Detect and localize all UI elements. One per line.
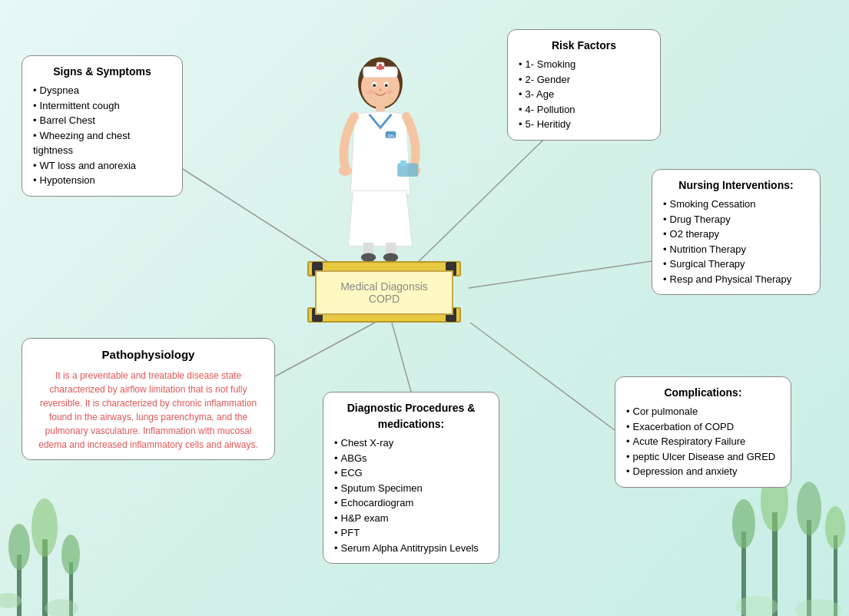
svg-rect-43 [400, 161, 406, 167]
svg-point-32 [386, 90, 394, 94]
list-item: PFT [334, 525, 488, 541]
svg-point-1 [8, 524, 30, 570]
list-item: O2 therapy [663, 227, 809, 242]
nursing-interventions-title: Nursing Interventions: [663, 177, 809, 194]
list-item: WT loss and anorexia [33, 158, 171, 174]
nursing-interventions-box: Nursing Interventions: Smoking Cessation… [652, 169, 821, 295]
complications-box: Complications: Cor pulmonale Exacerbatio… [615, 376, 791, 488]
list-item: Intermittent cough [33, 98, 171, 114]
list-item: 2- Gender [519, 72, 649, 88]
diagnostic-procedures-box: Diagnostic Procedures & medications: Che… [323, 392, 499, 564]
signs-symptoms-box: Signs & Symptoms Dyspnea Intermittent co… [22, 55, 183, 197]
svg-text:RN: RN [388, 134, 394, 138]
pathophysiology-box: Pathophysiology It is a preventable and … [22, 338, 275, 460]
list-item: Sputum Specimen [334, 481, 488, 496]
svg-point-5 [61, 535, 80, 575]
center-subtitle: COPD [369, 293, 400, 305]
list-item: Smoking Cessation [663, 197, 809, 212]
list-item: Acute Respiratory Failure [626, 434, 780, 449]
risk-factors-title: Risk Factors [519, 38, 649, 54]
list-item: Echocardiogram [334, 495, 488, 511]
svg-point-29 [385, 84, 388, 87]
svg-point-15 [825, 506, 845, 549]
signs-symptoms-list: Dyspnea Intermittent cough Barrel Chest … [33, 83, 171, 188]
list-item: ABGs [334, 451, 488, 466]
list-item: Nutrition Therapy [663, 242, 809, 257]
list-item: H&P exam [334, 511, 488, 526]
risk-factors-box: Risk Factors 1- Smoking 2- Gender 3- Age… [507, 29, 661, 141]
pathophysiology-title: Pathophysiology [33, 346, 264, 364]
svg-line-22 [392, 323, 411, 392]
list-item: Chest X-ray [334, 436, 488, 451]
list-item: Serum Alpha Antitrypsin Levels [334, 541, 488, 556]
list-item: Resp and Physical Therapy [663, 272, 809, 287]
list-item: Hypotension [33, 173, 171, 188]
risk-factors-list: 1- Smoking 2- Gender 3- Age 4- Pollution… [519, 57, 649, 132]
list-item: Drug Therapy [663, 212, 809, 227]
svg-point-46 [361, 253, 376, 261]
pathophysiology-text: It is a preventable and treatable diseas… [33, 369, 264, 452]
list-item: Surgical Therapy [663, 257, 809, 272]
nursing-interventions-list: Smoking Cessation Drug Therapy O2 therap… [663, 197, 809, 286]
svg-point-31 [367, 90, 375, 94]
svg-point-13 [797, 482, 821, 535]
list-item: ECG [334, 465, 488, 481]
svg-point-3 [32, 498, 58, 557]
list-item: Barrel Chest [33, 113, 171, 128]
svg-line-20 [469, 261, 652, 288]
list-item: Depression and anxiety [626, 464, 780, 479]
svg-line-21 [275, 323, 375, 376]
center-scroll: Medical Diagonsis COPD [300, 261, 469, 323]
svg-rect-36 [376, 66, 384, 69]
list-item: Cor pulmonale [626, 404, 780, 419]
svg-point-40 [339, 165, 352, 176]
complications-title: Complications: [626, 385, 780, 401]
complications-list: Cor pulmonale Exacerbation of COPD Acute… [626, 404, 780, 479]
list-item: peptic Ulcer Disease and GRED [626, 449, 780, 465]
list-item: Dyspnea [33, 83, 171, 98]
diagnostic-list: Chest X-ray ABGs ECG Sputum Specimen Ech… [334, 436, 488, 555]
svg-point-7 [45, 599, 78, 616]
svg-point-47 [383, 253, 398, 261]
list-item: 4- Pollution [519, 102, 649, 118]
list-item: 3- Age [519, 87, 649, 102]
signs-symptoms-title: Signs & Symptoms [33, 64, 171, 80]
diagnostic-title: Diagnostic Procedures & medications: [334, 400, 488, 432]
list-item: Wheezing and chest tightness [33, 128, 171, 158]
svg-point-30 [379, 88, 382, 91]
list-item: Exacerbation of COPD [626, 419, 780, 435]
svg-point-9 [732, 499, 755, 548]
center-title: Medical Diagonsis [340, 280, 428, 293]
svg-point-28 [373, 84, 376, 87]
list-item: 5- Heritidy [519, 117, 649, 132]
list-item: 1- Smoking [519, 57, 649, 72]
